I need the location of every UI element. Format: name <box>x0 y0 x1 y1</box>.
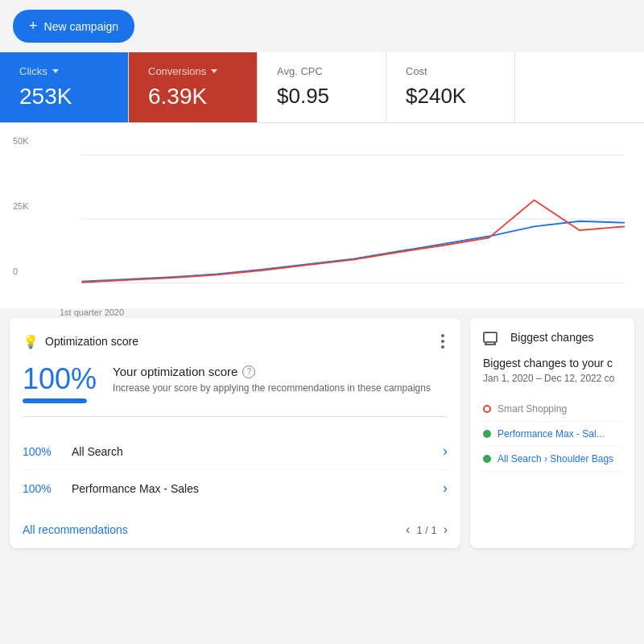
conversions-metric[interactable]: Conversions 6.39K <box>129 52 258 122</box>
conversions-chevron-icon <box>211 69 217 73</box>
campaign-row-2[interactable]: 100% Performance Max - Sales › <box>23 470 448 506</box>
prev-page-button[interactable]: ‹ <box>406 522 410 537</box>
bc-item-3[interactable]: All Search › Shoulder Bags <box>483 447 621 472</box>
y-label-50k: 50K <box>13 136 29 146</box>
opt-progress-bar <box>23 398 87 403</box>
cost-value: $240K <box>406 84 495 109</box>
bc-item-3-text: All Search › Shoulder Bags <box>497 453 613 464</box>
clicks-label: Clicks <box>19 65 109 77</box>
optimization-score-card: 💡 Optimization score 100% Your optimizat… <box>10 318 460 548</box>
monitor-icon <box>483 332 497 343</box>
opt-heading: Your optimization score ? <box>113 365 448 378</box>
chart-x-label: 1st quarter 2020 <box>19 308 625 317</box>
conversions-value: 6.39K <box>148 84 237 109</box>
campaign-row-1-left: 100% All Search <box>23 445 123 458</box>
avg-cpc-value: $0.95 <box>277 84 366 109</box>
cost-metric: Cost $240K <box>386 52 515 122</box>
clicks-chevron-icon <box>52 69 59 73</box>
avg-cpc-metric: Avg. CPC $0.95 <box>258 52 386 122</box>
conversions-label: Conversions <box>148 65 237 77</box>
three-dots-menu[interactable] <box>438 331 448 352</box>
opt-card-title: 💡 Optimization score <box>23 334 138 349</box>
opt-description: Your optimization score ? Increase your … <box>113 365 448 395</box>
metrics-panel: Clicks 253K Conversions 6.39K Avg. CPC $… <box>0 52 644 123</box>
opt-big-percent: 100% <box>23 365 97 394</box>
campaign-1-pct: 100% <box>23 445 59 458</box>
clicks-value: 253K <box>19 84 109 109</box>
avg-cpc-label: Avg. CPC <box>277 65 366 77</box>
all-recommendations-link[interactable]: All recommendations <box>23 523 128 536</box>
opt-card-header: 💡 Optimization score <box>23 331 448 352</box>
lightbulb-icon: 💡 <box>23 334 39 349</box>
plus-icon: + <box>29 18 38 35</box>
bottom-section: 💡 Optimization score 100% Your optimizat… <box>0 308 644 558</box>
bc-subtitle: Biggest changes to your c <box>483 357 621 369</box>
bc-status-icon-3 <box>483 455 491 463</box>
y-label-0: 0 <box>13 266 29 276</box>
bc-item-1-text: Smart Shopping <box>497 403 567 415</box>
biggest-changes-card: Biggest changes Biggest changes to your … <box>470 318 634 548</box>
bc-card-header: Biggest changes <box>483 331 621 344</box>
opt-score-block: 100% <box>23 365 97 403</box>
bc-item-1[interactable]: Smart Shopping <box>483 397 621 422</box>
chart-y-labels: 50K 25K 0 <box>13 136 29 276</box>
info-icon[interactable]: ? <box>242 365 255 378</box>
pagination: ‹ 1 / 1 › <box>406 522 448 537</box>
red-line <box>81 200 625 283</box>
campaign-row-2-left: 100% Performance Max - Sales <box>23 482 199 495</box>
clicks-metric[interactable]: Clicks 253K <box>0 52 129 122</box>
opt-title-text: Optimization score <box>45 335 138 348</box>
opt-card-footer: All recommendations ‹ 1 / 1 › <box>23 516 448 537</box>
bc-status-icon-2 <box>483 430 491 438</box>
bc-date: Jan 1, 2020 – Dec 12, 2022 co <box>483 373 621 384</box>
opt-desc-text: Increase your score by applying the reco… <box>113 382 448 395</box>
new-campaign-label: New campaign <box>44 20 119 33</box>
bc-item-2[interactable]: Performance Max - Sal... <box>483 422 621 447</box>
campaign-row-1[interactable]: 100% All Search › <box>23 433 448 470</box>
campaign-1-name: All Search <box>72 445 123 458</box>
chart-area: 50K 25K 0 1st quarter 2020 <box>0 123 644 308</box>
bc-status-icon-1 <box>483 405 491 413</box>
campaign-2-name: Performance Max - Sales <box>72 482 199 495</box>
y-label-25k: 25K <box>13 201 29 211</box>
top-bar: + New campaign <box>0 0 644 52</box>
campaign-rows: 100% All Search › 100% Performance Max -… <box>23 433 448 506</box>
next-page-button[interactable]: › <box>444 522 448 537</box>
opt-bar-fill <box>23 398 87 403</box>
chart-svg <box>19 136 625 302</box>
bc-card-title: Biggest changes <box>483 331 594 344</box>
campaign-2-arrow-icon: › <box>443 480 448 497</box>
campaign-1-arrow-icon: › <box>443 443 448 460</box>
blue-line <box>81 221 625 282</box>
new-campaign-button[interactable]: + New campaign <box>13 10 134 43</box>
campaign-2-pct: 100% <box>23 482 59 495</box>
opt-main-section: 100% Your optimization score ? Increase … <box>23 365 448 417</box>
pagination-text: 1 / 1 <box>416 524 436 536</box>
cost-label: Cost <box>406 65 495 77</box>
bc-title-text: Biggest changes <box>510 331 594 344</box>
bc-item-2-text: Performance Max - Sal... <box>497 428 605 440</box>
